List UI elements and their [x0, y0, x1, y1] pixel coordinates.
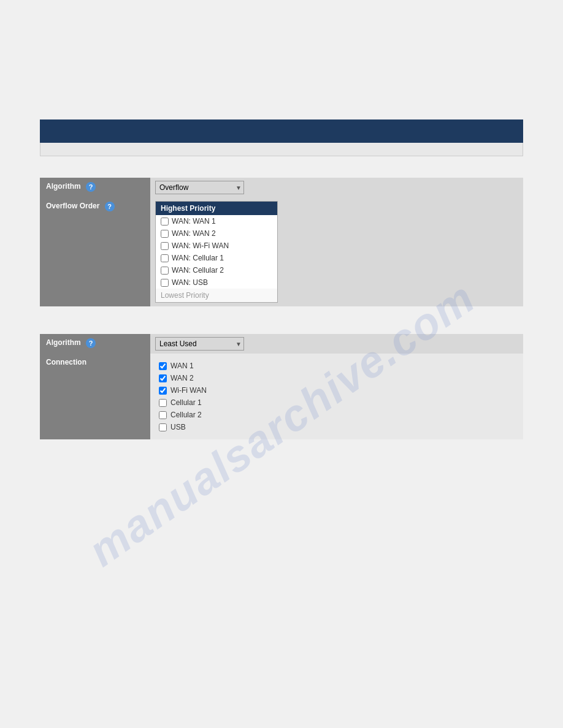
connection-item-label-5: USB — [170, 423, 186, 431]
overflow-checkbox-5[interactable] — [161, 279, 169, 287]
connection-checkbox-5[interactable] — [159, 423, 167, 431]
connection-row: Connection WAN 1 WAN 2 — [40, 354, 523, 439]
overflow-item-4: WAN: Cellular 2 — [156, 264, 277, 276]
overflow-checkbox-4[interactable] — [161, 267, 169, 275]
connection-item-3: Cellular 1 — [156, 396, 517, 409]
algorithm-help-icon-2[interactable]: ? — [86, 338, 96, 348]
overflow-order-help-icon[interactable]: ? — [105, 202, 115, 211]
connection-item-0: WAN 1 — [156, 360, 517, 372]
overflow-item-5: WAN: USB — [156, 276, 277, 289]
connection-item-label-0: WAN 1 — [170, 362, 194, 370]
connection-item-label-3: Cellular 1 — [170, 398, 202, 407]
header-sub — [40, 143, 523, 156]
connection-item-label-2: Wi-Fi WAN — [170, 386, 207, 395]
overflow-item-1: WAN: WAN 2 — [156, 227, 277, 240]
connection-value-cell: WAN 1 WAN 2 Wi-Fi WAN — [150, 354, 523, 439]
overflow-item-label-5: WAN: USB — [172, 278, 208, 287]
overflow-checkbox-2[interactable] — [161, 242, 169, 250]
connection-checkbox-2[interactable] — [159, 387, 167, 395]
overflow-list-footer: Lowest Priority — [156, 289, 277, 302]
overflow-item-label-3: WAN: Cellular 1 — [172, 254, 224, 262]
overflow-item-3: WAN: Cellular 1 — [156, 252, 277, 264]
overflow-order-value-cell: Highest Priority WAN: WAN 1 WAN: WAN 2 — [150, 197, 523, 306]
algorithm-row-1: Algorithm ? OverflowLeast UsedRound Robi… — [40, 178, 523, 197]
connection-list: WAN 1 WAN 2 Wi-Fi WAN — [156, 357, 517, 436]
algorithm-value-cell-1: OverflowLeast UsedRound Robin ▼ — [150, 178, 523, 197]
connection-checkbox-4[interactable] — [159, 411, 167, 419]
connection-item-label-4: Cellular 2 — [170, 411, 202, 419]
algorithm-help-icon-1[interactable]: ? — [86, 182, 96, 192]
connection-item-5: USB — [156, 421, 517, 433]
overflow-item-label-2: WAN: Wi-Fi WAN — [172, 241, 229, 250]
connection-label: Connection — [40, 354, 150, 439]
connection-item-label-1: WAN 2 — [170, 374, 194, 382]
section-least-used: Algorithm ? OverflowLeast UsedRound Robi… — [40, 334, 523, 439]
algorithm-select-wrapper-2: OverflowLeast UsedRound Robin ▼ — [155, 337, 244, 351]
algorithm-select-1[interactable]: OverflowLeast UsedRound Robin — [155, 181, 244, 194]
overflow-item-label-1: WAN: WAN 2 — [172, 229, 216, 238]
page-container: Algorithm ? OverflowLeast UsedRound Robi… — [0, 119, 563, 728]
connection-item-1: WAN 2 — [156, 372, 517, 384]
overflow-checkbox-0[interactable] — [161, 218, 169, 226]
algorithm-label-1: Algorithm ? — [40, 178, 150, 197]
least-used-table: Algorithm ? OverflowLeast UsedRound Robi… — [40, 334, 523, 439]
connection-checkbox-0[interactable] — [159, 362, 167, 370]
algorithm-select-wrapper-1: OverflowLeast UsedRound Robin ▼ — [155, 181, 244, 194]
overflow-item-label-4: WAN: Cellular 2 — [172, 266, 224, 275]
overflow-checkbox-1[interactable] — [161, 230, 169, 238]
connection-checkbox-1[interactable] — [159, 374, 167, 382]
algorithm-select-2[interactable]: OverflowLeast UsedRound Robin — [155, 337, 244, 351]
overflow-list: Highest Priority WAN: WAN 1 WAN: WAN 2 — [155, 201, 278, 303]
algorithm-value-cell-2: OverflowLeast UsedRound Robin ▼ — [150, 334, 523, 354]
connection-item-4: Cellular 2 — [156, 409, 517, 421]
header-bar — [40, 119, 523, 143]
overflow-list-header: Highest Priority — [156, 202, 277, 215]
overflow-order-row: Overflow Order ? Highest Priority WAN: W… — [40, 197, 523, 306]
section-overflow: Algorithm ? OverflowLeast UsedRound Robi… — [40, 178, 523, 306]
overflow-item-0: WAN: WAN 1 — [156, 215, 277, 227]
connection-checkbox-3[interactable] — [159, 399, 167, 407]
algorithm-label-2: Algorithm ? — [40, 334, 150, 354]
connection-item-2: Wi-Fi WAN — [156, 384, 517, 396]
overflow-item-label-0: WAN: WAN 1 — [172, 217, 216, 226]
overflow-table: Algorithm ? OverflowLeast UsedRound Robi… — [40, 178, 523, 306]
overflow-checkbox-3[interactable] — [161, 254, 169, 262]
algorithm-row-2: Algorithm ? OverflowLeast UsedRound Robi… — [40, 334, 523, 354]
overflow-order-label: Overflow Order ? — [40, 197, 150, 306]
overflow-item-2: WAN: Wi-Fi WAN — [156, 240, 277, 252]
